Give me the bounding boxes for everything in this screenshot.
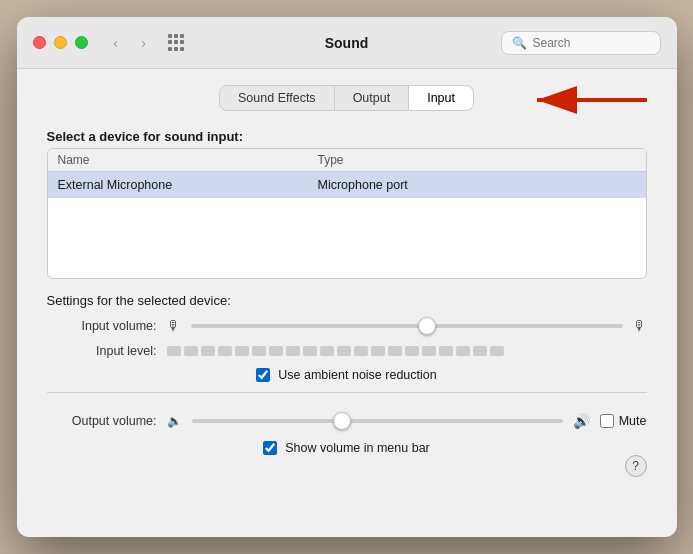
noise-reduction-label: Use ambient noise reduction <box>278 368 436 382</box>
level-seg-7 <box>269 346 283 356</box>
level-seg-9 <box>303 346 317 356</box>
output-volume-label: Output volume: <box>47 414 157 428</box>
main-window: ‹ › Sound 🔍 Sound Effects Output Input <box>17 17 677 537</box>
device-section: Select a device for sound input: Name Ty… <box>47 129 647 279</box>
level-seg-18 <box>456 346 470 356</box>
header-name: Name <box>58 153 318 167</box>
level-seg-16 <box>422 346 436 356</box>
level-seg-10 <box>320 346 334 356</box>
table-empty-space <box>48 198 646 278</box>
noise-reduction-checkbox[interactable] <box>256 368 270 382</box>
menubar-checkbox[interactable] <box>263 441 277 455</box>
forward-button[interactable]: › <box>132 31 156 55</box>
search-bar[interactable]: 🔍 <box>501 31 661 55</box>
maximize-button[interactable] <box>75 36 88 49</box>
search-icon: 🔍 <box>512 36 527 50</box>
level-seg-12 <box>354 346 368 356</box>
input-volume-row: Input volume: 🎙 🎙 <box>47 318 647 334</box>
output-volume-row: Output volume: 🔈 🔊 Mute <box>47 409 647 431</box>
level-seg-17 <box>439 346 453 356</box>
table-header: Name Type <box>48 149 646 172</box>
tab-input[interactable]: Input <box>409 85 474 111</box>
mic-high-icon: 🎙 <box>633 318 647 334</box>
output-volume-slider[interactable] <box>192 419 563 423</box>
search-input[interactable] <box>533 36 653 50</box>
nav-buttons: ‹ › <box>104 31 156 55</box>
level-seg-14 <box>388 346 402 356</box>
close-button[interactable] <box>33 36 46 49</box>
minimize-button[interactable] <box>54 36 67 49</box>
level-seg-15 <box>405 346 419 356</box>
tab-output[interactable]: Output <box>335 85 410 111</box>
level-seg-8 <box>286 346 300 356</box>
input-level-bar <box>167 346 647 356</box>
level-seg-5 <box>235 346 249 356</box>
level-seg-2 <box>184 346 198 356</box>
device-section-title: Select a device for sound input: <box>47 129 647 144</box>
table-row[interactable]: External Microphone Microphone port <box>48 172 646 198</box>
menubar-label: Show volume in menu bar <box>285 441 430 455</box>
traffic-lights <box>33 36 88 49</box>
device-name: External Microphone <box>58 178 318 192</box>
tabs-row: Sound Effects Output Input <box>17 69 677 119</box>
window-title: Sound <box>325 35 369 51</box>
help-button[interactable]: ? <box>625 455 647 477</box>
mute-label: Mute <box>619 414 647 428</box>
menubar-row: Show volume in menu bar <box>47 441 647 459</box>
divider <box>47 392 647 393</box>
level-seg-4 <box>218 346 232 356</box>
noise-reduction-row: Use ambient noise reduction <box>47 368 647 382</box>
settings-section: Settings for the selected device: Input … <box>47 293 647 382</box>
level-seg-11 <box>337 346 351 356</box>
level-seg-19 <box>473 346 487 356</box>
level-seg-3 <box>201 346 215 356</box>
level-seg-13 <box>371 346 385 356</box>
tab-sound-effects[interactable]: Sound Effects <box>219 85 335 111</box>
device-table: Name Type External Microphone Microphone… <box>47 148 647 279</box>
level-seg-6 <box>252 346 266 356</box>
input-level-row: Input level: <box>47 344 647 358</box>
input-volume-label: Input volume: <box>47 319 157 333</box>
settings-title: Settings for the selected device: <box>47 293 647 308</box>
back-button[interactable]: ‹ <box>104 31 128 55</box>
content-area: Select a device for sound input: Name Ty… <box>17 119 677 537</box>
device-type: Microphone port <box>318 178 636 192</box>
level-seg-1 <box>167 346 181 356</box>
volume-low-icon: 🔈 <box>167 414 182 428</box>
header-type: Type <box>318 153 636 167</box>
input-level-label: Input level: <box>47 344 157 358</box>
mute-row: Mute <box>600 414 647 428</box>
mute-checkbox[interactable] <box>600 414 614 428</box>
title-bar: ‹ › Sound 🔍 <box>17 17 677 69</box>
mic-low-icon: 🎙 <box>167 318 181 334</box>
input-volume-slider[interactable] <box>191 324 623 328</box>
volume-high-icon: 🔊 <box>573 413 590 429</box>
grid-icon[interactable] <box>168 34 186 52</box>
level-seg-20 <box>490 346 504 356</box>
